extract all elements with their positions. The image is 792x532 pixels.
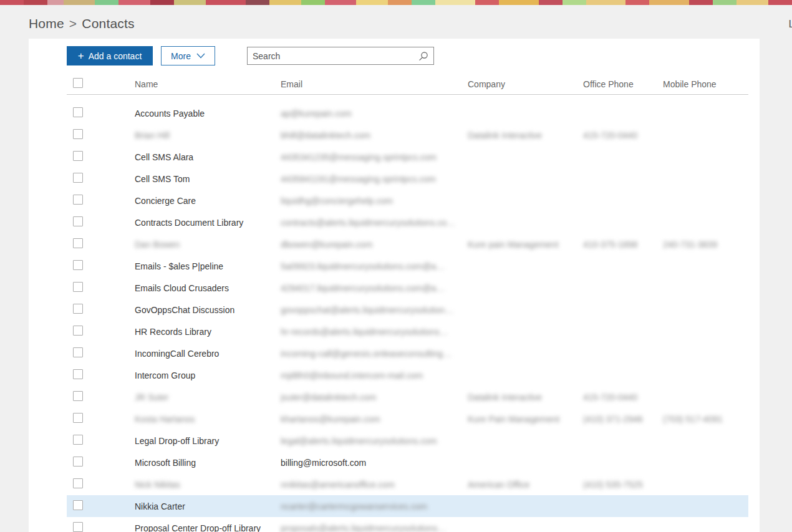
cell-email: contracts@alerts.liquidmercurysolutions.… — [281, 218, 468, 228]
row-checkbox[interactable] — [73, 435, 83, 445]
row-checkbox[interactable] — [73, 151, 83, 161]
table-row[interactable]: Cell SMS Tom4435841191@messaging.sprintp… — [67, 168, 748, 190]
column-header-mobile-phone[interactable]: Mobile Phone — [663, 79, 748, 89]
table-row[interactable]: Accounts Payableap@kurepain.com — [67, 102, 748, 124]
breadcrumb-separator: > — [69, 16, 77, 31]
row-checkbox[interactable] — [73, 413, 83, 423]
row-checkbox[interactable] — [73, 238, 83, 248]
cell-name: Dan Bowen — [135, 239, 281, 249]
column-header-email[interactable]: Email — [281, 79, 468, 89]
cell-name: Microsoft Billing — [135, 458, 281, 468]
row-checkbox[interactable] — [73, 391, 83, 401]
table-body: Accounts Payableap@kurepain.comBrian Hil… — [67, 95, 748, 532]
contacts-table: Name Email Company Office Phone Mobile P… — [67, 74, 748, 532]
row-checkbox-cell — [67, 195, 135, 206]
row-checkbox[interactable] — [73, 500, 83, 510]
cell-email: bhill@datalinktech.com — [281, 130, 468, 140]
cell-company: Datalink Interactive — [468, 392, 583, 402]
table-row[interactable]: Nikkia Carterncarter@cartermcgowanservic… — [67, 495, 748, 517]
column-header-office-phone[interactable]: Office Phone — [583, 79, 663, 89]
cell-email: dbowen@kurepain.com — [281, 239, 468, 249]
table-row[interactable]: HR Records Libraryhr-records@alerts.liqu… — [67, 321, 748, 342]
table-row[interactable]: Legal Drop-off Librarylegal@alerts.liqui… — [67, 430, 748, 452]
row-checkbox-cell — [67, 413, 135, 425]
cell-email: 4294017.liquidmercurysolutions.com@a… — [281, 283, 468, 293]
contacts-panel: + Add a contact More Name Email Company … — [29, 39, 760, 532]
cell-name: IncomingCall Cerebro — [135, 349, 281, 359]
row-checkbox[interactable] — [73, 129, 83, 139]
breadcrumb: Home>Contacts — [29, 16, 135, 31]
cell-email: legal@alerts.liquidmercurysolutions.com — [281, 436, 468, 446]
breadcrumb-home-link[interactable]: Home — [29, 16, 64, 31]
cell-name: Kosta Hartanos — [135, 414, 281, 424]
cell-name: Intercom Group — [135, 370, 281, 380]
row-checkbox-cell — [67, 326, 135, 337]
table-row[interactable]: Intercom Groupmjd8h0@inbound.intercom-ma… — [67, 364, 748, 386]
row-checkbox[interactable] — [73, 347, 83, 357]
select-all-checkbox[interactable] — [73, 78, 83, 88]
table-row[interactable]: Proposal Center Drop-off Libraryproposal… — [67, 517, 748, 532]
cell-email: billing@microsoft.com — [281, 458, 468, 468]
breadcrumb-current: Contacts — [82, 16, 134, 31]
cell-company: Datalink Interactive — [468, 130, 583, 140]
row-checkbox[interactable] — [73, 107, 83, 117]
add-contact-button[interactable]: + Add a contact — [67, 46, 153, 65]
row-checkbox-cell — [67, 216, 135, 228]
row-checkbox[interactable] — [73, 457, 83, 467]
row-checkbox-cell — [67, 238, 135, 250]
table-row[interactable]: Contracts Document Librarycontracts@aler… — [67, 211, 748, 233]
table-row[interactable]: Nick Nikitasnnikitas@americanoffice.comA… — [67, 473, 748, 495]
table-row[interactable]: GovOppsChat Discussiongovoppschat@alerts… — [67, 299, 748, 321]
cell-company: American Office — [468, 480, 583, 490]
table-row[interactable]: Cell SMS Alara4435341235@messaging.sprin… — [67, 146, 748, 168]
cell-company: Kure Pain Management — [468, 414, 583, 424]
row-checkbox[interactable] — [73, 173, 83, 183]
row-checkbox[interactable] — [73, 478, 83, 488]
cell-name: Nikkia Carter — [135, 501, 281, 511]
cell-email: ncarter@cartermcgowanservices.com — [281, 501, 468, 511]
more-button[interactable]: More — [161, 46, 215, 65]
row-checkbox[interactable] — [73, 260, 83, 270]
row-checkbox[interactable] — [73, 304, 83, 314]
row-checkbox[interactable] — [73, 216, 83, 226]
row-checkbox-cell — [67, 282, 135, 294]
table-row[interactable]: Emails Cloud Crusaders4294017.liquidmerc… — [67, 277, 748, 299]
table-row[interactable]: Emails - $ales P|peline5a09923.liquidmer… — [67, 255, 748, 277]
cell-company: Kure pain Management — [468, 239, 583, 249]
table-row[interactable]: Kosta Hartanoskhartanos@kurepain.comKure… — [67, 408, 748, 430]
table-row[interactable]: Dan Bowendbowen@kurepain.comKure pain Ma… — [67, 233, 748, 255]
table-row[interactable]: Microsoft Billingbilling@microsoft.com — [67, 452, 748, 473]
cell-email: khartanos@kurepain.com — [281, 414, 468, 424]
table-row[interactable]: JR Suterjsuter@datalinktech.comDatalink … — [67, 386, 748, 408]
search-input[interactable] — [248, 47, 418, 64]
cell-name: GovOppsChat Discussion — [135, 305, 281, 315]
row-checkbox-cell — [67, 260, 135, 272]
chevron-down-icon — [196, 53, 205, 59]
row-checkbox[interactable] — [73, 522, 83, 532]
cell-name: HR Records Library — [135, 327, 281, 337]
column-header-company[interactable]: Company — [468, 79, 583, 89]
row-checkbox[interactable] — [73, 282, 83, 292]
select-all-cell — [67, 78, 135, 90]
row-checkbox[interactable] — [73, 326, 83, 336]
table-row[interactable]: IncomingCall Cerebroincoming-call@genesi… — [67, 342, 748, 364]
top-right-clipped-text: L — [789, 18, 792, 31]
more-label: More — [171, 51, 191, 61]
cell-email: hr-records@alerts.liquidmercurysolutions… — [281, 327, 468, 337]
cell-email: liquidhg@conciergehelp.com — [281, 196, 468, 206]
cell-name: Legal Drop-off Library — [135, 436, 281, 446]
cell-email: incoming-call@genesis.onleaseconsulting… — [281, 349, 468, 359]
cell-office-phone: 415-720-0440 — [583, 130, 663, 140]
column-header-name[interactable]: Name — [135, 79, 281, 89]
row-checkbox[interactable] — [73, 369, 83, 379]
cell-name: Brian Hill — [135, 130, 281, 140]
plus-icon: + — [78, 51, 84, 61]
cell-name: Cell SMS Tom — [135, 174, 281, 184]
table-row[interactable]: Concierge Careliquidhg@conciergehelp.com — [67, 190, 748, 211]
cell-email: ap@kurepain.com — [281, 109, 468, 118]
cell-name: Accounts Payable — [135, 109, 281, 118]
table-row[interactable]: Brian Hillbhill@datalinktech.comDatalink… — [67, 124, 748, 146]
row-checkbox[interactable] — [73, 195, 83, 205]
search-icon[interactable] — [418, 51, 433, 61]
row-checkbox-cell — [67, 129, 135, 141]
